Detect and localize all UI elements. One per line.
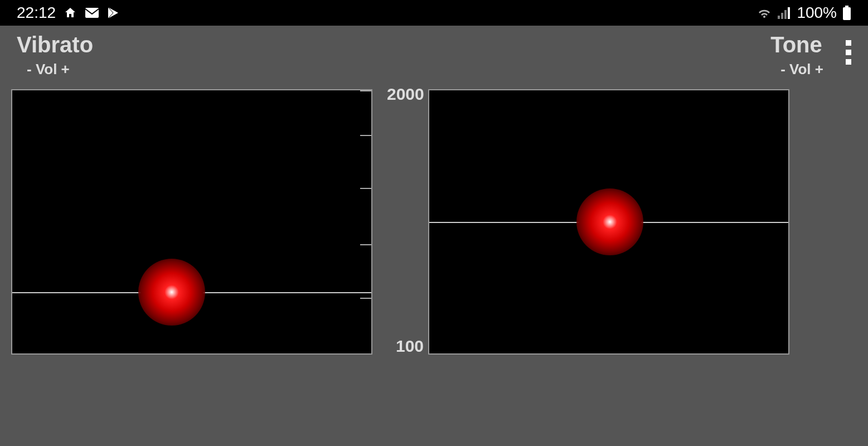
vibrato-header: Vibrato - Vol +	[17, 32, 93, 78]
svg-rect-3	[784, 10, 787, 19]
tone-pad[interactable]	[428, 89, 789, 355]
pads-row: 2000 100	[0, 78, 868, 355]
app-body: Vibrato - Vol + Tone - Vol +	[0, 26, 868, 446]
battery-icon	[842, 6, 851, 20]
status-bar: 22:12 100%	[0, 0, 868, 26]
svg-rect-4	[788, 7, 790, 19]
wifi-icon	[757, 7, 772, 19]
tone-tick	[428, 353, 429, 355]
tone-axis-bottom-label: 100	[396, 337, 424, 356]
svg-rect-2	[781, 13, 783, 19]
vibrato-pad[interactable]	[11, 89, 372, 355]
svg-rect-5	[845, 6, 848, 7]
vibrato-title: Vibrato	[17, 32, 93, 57]
vibrato-tick	[360, 90, 372, 91]
tone-axis-top-label: 2000	[387, 85, 424, 104]
svg-rect-6	[843, 7, 851, 20]
menu-overflow-icon[interactable]	[846, 32, 851, 65]
svg-rect-0	[85, 8, 99, 18]
tone-title: Tone	[770, 32, 822, 57]
signal-icon	[778, 7, 791, 19]
tone-tick	[428, 244, 429, 245]
play-icon	[107, 6, 119, 20]
vibrato-tick	[360, 244, 372, 245]
tone-level-line	[429, 222, 788, 223]
status-time: 22:12	[17, 4, 56, 22]
battery-text: 100%	[797, 4, 837, 22]
status-right: 100%	[757, 4, 851, 22]
tone-volume-label: - Vol +	[770, 61, 823, 78]
tone-tick	[428, 298, 429, 299]
vibrato-tick	[360, 298, 372, 299]
vibrato-tick	[360, 135, 372, 136]
svg-rect-1	[778, 16, 780, 19]
home-icon	[64, 6, 77, 20]
vibrato-level-line	[12, 292, 371, 293]
header-row: Vibrato - Vol + Tone - Vol +	[0, 26, 868, 78]
vibrato-volume-label: - Vol +	[17, 61, 93, 78]
tone-header: Tone - Vol +	[770, 32, 823, 78]
vibrato-tick	[360, 353, 372, 355]
mail-icon	[85, 7, 99, 18]
tone-tick	[428, 188, 429, 189]
tone-pad-wrap: 2000 100	[428, 89, 789, 355]
vibrato-tick	[360, 188, 372, 189]
tone-tick	[428, 135, 429, 136]
status-left: 22:12	[17, 4, 119, 22]
tone-tick	[428, 90, 429, 91]
vibrato-pad-wrap	[11, 89, 372, 355]
